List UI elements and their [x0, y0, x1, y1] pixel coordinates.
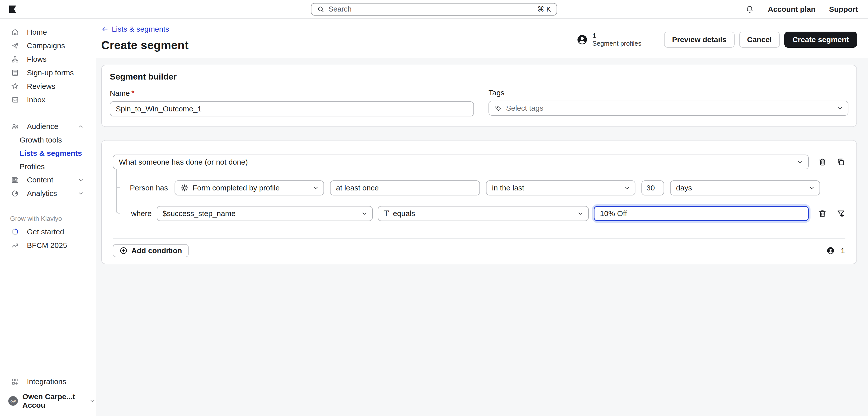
trend-up-icon	[11, 241, 19, 249]
sidebar-item-content[interactable]: Content	[0, 173, 96, 187]
grow-with-klaviyo-heading: Grow with Klaviyo	[0, 215, 96, 222]
profile-count-label: Segment profiles	[592, 40, 642, 47]
segment-builder-title: Segment builder	[110, 72, 848, 81]
bell-icon[interactable]	[745, 5, 754, 14]
tags-placeholder: Select tags	[506, 104, 543, 112]
global-search[interactable]: ⌘ K	[311, 3, 557, 15]
timeframe-value: in the last	[492, 184, 524, 192]
sidebar-item-label: Growth tools	[20, 136, 62, 144]
top-bar: ⌘ K Account plan Support	[0, 0, 868, 19]
chevron-up-icon	[78, 123, 84, 130]
star-icon	[11, 82, 19, 90]
account-name: Owen Carpe...t Accou	[22, 392, 85, 410]
account-switcher[interactable]: ow Owen Carpe...t Accou	[0, 392, 96, 410]
metric-value: Form completed by profile	[193, 184, 280, 192]
chevron-down-icon	[624, 185, 630, 191]
search-input[interactable]	[329, 5, 533, 13]
condition-connector-tick	[117, 187, 120, 188]
sidebar-item-label: Integrations	[27, 377, 66, 386]
delete-filter-icon[interactable]	[818, 209, 827, 218]
content-region: Segment builder Name* Tags Select tags	[96, 58, 868, 416]
sidebar-item-analytics[interactable]: Analytics	[0, 187, 96, 200]
property-value-input[interactable]	[594, 206, 809, 221]
operator-select[interactable]: T equals	[378, 206, 589, 221]
sidebar-item-label: Profiles	[20, 162, 45, 171]
search-shortcut: ⌘ K	[537, 5, 551, 13]
sidebar-item-signup-forms[interactable]: Sign-up forms	[0, 66, 96, 79]
frequency-select[interactable]: at least once	[330, 180, 480, 196]
name-label: Name*	[110, 89, 474, 98]
condition-type-value: What someone has done (or not done)	[119, 158, 248, 166]
add-condition-button[interactable]: Add condition	[113, 244, 189, 257]
sidebar-item-flows[interactable]: Flows	[0, 53, 96, 66]
account-plan-link[interactable]: Account plan	[768, 5, 815, 13]
where-label: where	[131, 209, 152, 218]
arrow-left-icon	[101, 25, 109, 33]
sidebar-item-label: Sign-up forms	[27, 69, 74, 77]
send-icon	[11, 42, 19, 50]
delete-condition-icon[interactable]	[818, 157, 827, 167]
sidebar-item-label: Campaigns	[27, 41, 65, 50]
property-select[interactable]: $success_step_name	[157, 206, 373, 221]
person-circle-icon	[826, 246, 835, 255]
sidebar-item-label: Lists & segments	[20, 149, 82, 158]
profile-count-value: 1	[592, 32, 642, 40]
duplicate-condition-icon[interactable]	[836, 157, 845, 167]
sidebar-item-lists-segments[interactable]: Lists & segments	[0, 146, 96, 160]
content-icon	[11, 176, 19, 184]
timeframe-amount-input[interactable]	[642, 180, 664, 196]
condition-type-select[interactable]: What someone has done (or not done)	[113, 154, 809, 169]
add-filter-icon[interactable]	[836, 209, 845, 218]
chevron-down-icon	[78, 190, 84, 197]
sidebar-item-campaigns[interactable]: Campaigns	[0, 39, 96, 53]
segment-name-input[interactable]	[110, 101, 474, 116]
inbox-icon	[11, 96, 19, 104]
support-link[interactable]: Support	[829, 5, 858, 13]
sidebar-item-bfcm[interactable]: BFCM 2025	[0, 239, 96, 252]
condition-connector-line	[116, 169, 120, 213]
gear-icon	[181, 184, 189, 192]
form-icon	[11, 69, 19, 77]
tags-select[interactable]: Select tags	[489, 101, 848, 116]
person-circle-icon	[576, 33, 588, 46]
create-segment-button[interactable]: Create segment	[784, 32, 857, 48]
sidebar-item-integrations[interactable]: Integrations	[0, 375, 96, 388]
chevron-down-icon	[577, 210, 584, 217]
timeframe-select[interactable]: in the last	[486, 180, 636, 196]
sidebar-item-reviews[interactable]: Reviews	[0, 79, 96, 93]
main-area: Lists & segments Create segment 1 Segmen…	[96, 19, 868, 416]
page-header: Lists & segments Create segment 1 Segmen…	[96, 19, 868, 58]
timeframe-unit-select[interactable]: days	[670, 180, 820, 196]
sidebar-item-get-started[interactable]: Get started	[0, 225, 96, 239]
sidebar-item-growth-tools[interactable]: Growth tools	[0, 133, 96, 146]
sidebar-item-label: Get started	[27, 228, 64, 236]
required-asterisk: *	[131, 89, 134, 98]
sidebar-item-inbox[interactable]: Inbox	[0, 93, 96, 107]
preview-details-button[interactable]: Preview details	[664, 32, 735, 48]
frequency-value: at least once	[336, 184, 379, 192]
klaviyo-logo-icon[interactable]	[9, 5, 16, 13]
sidebar-item-profiles[interactable]: Profiles	[0, 160, 96, 173]
integrations-icon	[11, 378, 19, 386]
sidebar-item-label: BFCM 2025	[27, 241, 67, 250]
segment-profiles-count: 1 Segment profiles	[576, 32, 642, 47]
sidebar-item-label: Flows	[27, 55, 46, 64]
operator-value: equals	[393, 209, 415, 218]
metric-select[interactable]: Form completed by profile	[175, 180, 324, 196]
chevron-down-icon	[808, 185, 815, 191]
sidebar-item-label: Inbox	[27, 96, 45, 104]
breadcrumb[interactable]: Lists & segments	[101, 25, 169, 33]
condition-card: What someone has done (or not done) Pers…	[101, 140, 857, 264]
cancel-button[interactable]: Cancel	[739, 32, 780, 48]
condition-profile-count-value: 1	[841, 246, 845, 255]
property-value: $success_step_name	[163, 209, 236, 218]
sidebar-item-audience[interactable]: Audience	[0, 120, 96, 133]
person-has-label: Person has	[130, 184, 168, 192]
flow-icon	[11, 55, 19, 63]
sidebar: Home Campaigns Flows Sign-up forms Revie…	[0, 19, 96, 416]
tag-icon	[495, 104, 502, 112]
sidebar-item-home[interactable]: Home	[0, 25, 96, 39]
add-condition-label: Add condition	[131, 246, 182, 255]
search-icon	[317, 5, 324, 13]
sidebar-item-label: Analytics	[27, 189, 57, 198]
